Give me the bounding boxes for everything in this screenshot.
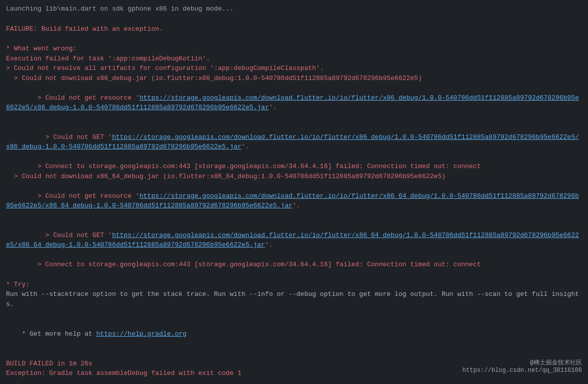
empty-line-1 xyxy=(6,14,582,24)
terminal-output: Launching lib\main.dart on sdk gphone x8… xyxy=(0,0,588,384)
could-not-resolve: > Could not resolve all artifacts for co… xyxy=(6,63,582,73)
could-not-download-x86: > Could not download x86_debug.jar (io.f… xyxy=(6,73,582,84)
watermark-line2: https://blog.csdn.net/qq_38116108 xyxy=(462,367,582,374)
execution-failed: Execution failed for task ':app:compileD… xyxy=(6,54,582,64)
could-not-GET-2: > Could not GET 'https://storage.googlea… xyxy=(6,220,582,260)
empty-line-2 xyxy=(6,34,582,44)
what-went-wrong: * What went wrong: xyxy=(6,44,582,54)
run-with-stacktrace: Run with --stacktrace option to get the … xyxy=(6,289,582,309)
connect-timeout-1: > Connect to storage.googleapis.com:443 … xyxy=(6,162,582,172)
empty-line-5 xyxy=(6,349,582,359)
launch-line: Launching lib\main.dart on sdk gphone x8… xyxy=(6,4,582,14)
empty-line-4 xyxy=(6,309,582,319)
connect-timeout-2: > Connect to storage.googleapis.com:443 … xyxy=(6,260,582,270)
empty-line-3 xyxy=(6,270,582,280)
could-not-GET-1: > Could not GET 'https://storage.googlea… xyxy=(6,122,582,162)
could-not-get-resource-2: > Could not get resource 'https://storag… xyxy=(6,181,582,220)
watermark: @稀土掘金技术社区 https://blog.csdn.net/qq_38116… xyxy=(462,358,582,374)
get-more-help: * Get more help at https://help.gradle.o… xyxy=(6,319,582,349)
could-not-get-resource-1: > Could not get resource 'https://storag… xyxy=(6,83,582,122)
try-label: * Try: xyxy=(6,280,582,290)
watermark-line1: @稀土掘金技术社区 xyxy=(462,358,582,367)
failure-line: FAILURE: Build failed with an exception. xyxy=(6,24,582,34)
could-not-download-x86-64: > Could not download x86_64_debug.jar (i… xyxy=(6,172,582,182)
